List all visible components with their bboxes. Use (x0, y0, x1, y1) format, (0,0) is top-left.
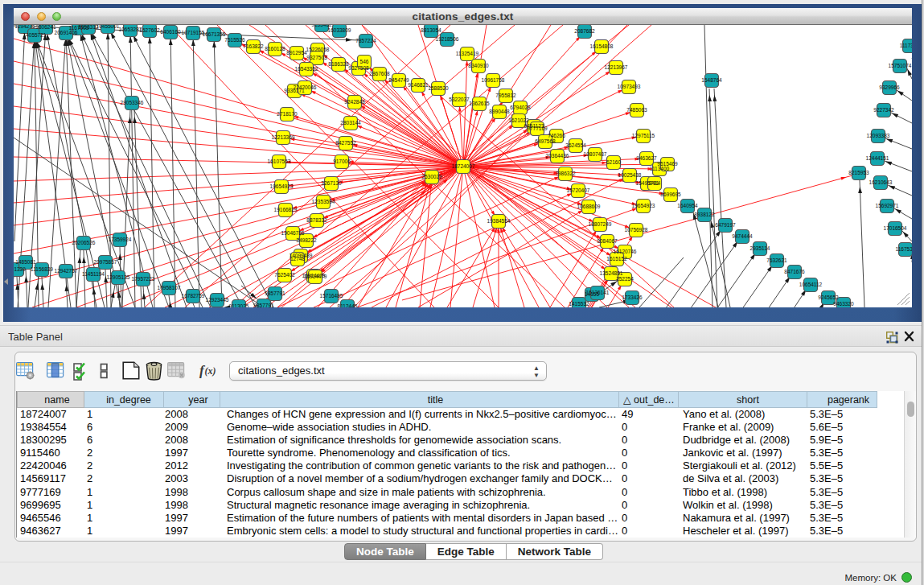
svg-text:8454749: 8454749 (388, 77, 409, 83)
svg-text:11325419: 11325419 (456, 51, 479, 56)
svg-text:12942757: 12942757 (55, 268, 78, 274)
svg-text:1733426: 1733426 (622, 295, 643, 300)
svg-text:15751074: 15751074 (889, 63, 912, 68)
svg-text:8912954: 8912954 (286, 50, 307, 56)
svg-text:9515469: 9515469 (657, 161, 678, 167)
svg-text:12923445: 12923445 (206, 297, 229, 303)
svg-text:29053346: 29053346 (121, 100, 144, 105)
svg-text:13524851: 13524851 (600, 270, 623, 276)
svg-text:252254: 252254 (616, 276, 634, 282)
svg-text:62160: 62160 (606, 159, 621, 165)
svg-text:8878332: 8878332 (306, 217, 327, 223)
svg-text:9474444: 9474444 (732, 233, 753, 239)
svg-text:12905135: 12905135 (107, 274, 130, 280)
svg-text:8112445: 8112445 (338, 303, 358, 307)
svg-text:8414: 8414 (649, 180, 661, 186)
svg-text:10973493: 10973493 (618, 84, 641, 89)
svg-text:1167533: 1167533 (896, 246, 912, 252)
svg-text:2803144: 2803144 (340, 120, 361, 126)
svg-text:9327508: 9327508 (348, 65, 369, 71)
svg-text:11451194: 11451194 (82, 271, 105, 277)
svg-text:18724007: 18724007 (452, 163, 475, 169)
svg-text:3624554: 3624554 (565, 142, 586, 148)
svg-text:12213369: 12213369 (272, 134, 295, 140)
svg-text:9806241: 9806241 (35, 25, 56, 30)
svg-text:19654923: 19654923 (270, 183, 294, 189)
svg-text:8990448: 8990448 (489, 109, 510, 114)
svg-text:11156839: 11156839 (31, 266, 53, 272)
svg-text:16914479: 16914479 (304, 274, 327, 279)
svg-text:18807249: 18807249 (589, 221, 612, 227)
svg-text:15226058: 15226058 (306, 47, 330, 52)
svg-text:8938122: 8938122 (694, 212, 715, 217)
svg-text:1588520: 1588520 (428, 85, 449, 91)
svg-text:12748: 12748 (290, 256, 305, 262)
svg-text:9777169: 9777169 (527, 126, 548, 131)
svg-text:8215953: 8215953 (848, 170, 869, 175)
svg-text:1640954: 1640954 (677, 203, 698, 208)
svg-text:391339: 391339 (14, 266, 26, 272)
svg-text:7515526: 7515526 (224, 37, 245, 43)
svg-text:7955812: 7955812 (495, 93, 516, 98)
svg-text:14055721: 14055721 (23, 32, 47, 38)
svg-text:19166829: 19166829 (274, 207, 298, 212)
svg-text:17957223: 17957223 (132, 276, 155, 282)
svg-text:16782759: 16782759 (182, 293, 205, 299)
svg-text:9245652: 9245652 (818, 295, 839, 300)
svg-text:15720407: 15720407 (567, 187, 590, 193)
svg-text:19654923: 19654923 (632, 203, 655, 208)
svg-text:9327503: 9327503 (306, 55, 327, 60)
svg-text:9857791: 9857791 (253, 303, 274, 307)
svg-text:8813054: 8813054 (421, 27, 441, 33)
svg-text:(x): (x) (205, 365, 216, 377)
svg-text:10958107: 10958107 (158, 285, 181, 290)
svg-text:1621022: 1621022 (508, 117, 529, 123)
svg-text:7857224: 7857224 (355, 38, 376, 43)
svg-text:19218506: 19218506 (436, 36, 459, 42)
svg-text:2530029: 2530029 (421, 174, 442, 179)
svg-text:16107553: 16107553 (268, 159, 291, 164)
svg-text:19384554: 19384554 (487, 218, 511, 224)
svg-text:9113025: 9113025 (229, 303, 249, 307)
svg-text:8186328: 8186328 (328, 61, 349, 67)
svg-text:1548764: 1548764 (701, 77, 722, 83)
svg-text:22420046: 22420046 (294, 84, 317, 90)
svg-text:8471676: 8471676 (784, 269, 805, 274)
svg-text:10455001: 10455001 (97, 25, 120, 29)
svg-text:19046786: 19046786 (281, 230, 305, 236)
svg-text:12093383: 12093383 (867, 133, 890, 138)
svg-text:15136141: 15136141 (586, 290, 610, 295)
svg-text:16543362: 16543362 (295, 66, 318, 72)
svg-text:6497568: 6497568 (535, 138, 556, 144)
svg-text:9329966: 9329966 (879, 84, 900, 90)
svg-text:1615152: 1615152 (606, 256, 627, 262)
svg-text:12213967: 12213967 (605, 64, 628, 70)
svg-text:8699695: 8699695 (660, 192, 681, 197)
svg-text:2935114: 2935114 (750, 245, 770, 251)
svg-text:12975115: 12975115 (632, 133, 655, 138)
svg-text:8427552: 8427552 (335, 140, 356, 146)
svg-text:10807487: 10807487 (584, 151, 607, 157)
svg-text:10756928: 10756928 (625, 227, 648, 233)
svg-text:9463627: 9463627 (636, 155, 657, 161)
svg-text:15692971: 15692971 (876, 203, 899, 208)
svg-text:16210643: 16210643 (869, 179, 893, 185)
svg-text:8340910: 8340910 (468, 63, 489, 68)
svg-text:15716485: 15716485 (320, 293, 343, 299)
svg-text:10688609: 10688609 (577, 204, 601, 209)
svg-text:16033809: 16033809 (328, 27, 351, 33)
svg-text:2867608: 2867608 (369, 71, 390, 76)
svg-text:8160128: 8160128 (265, 46, 285, 51)
svg-text:10961758: 10961758 (482, 77, 505, 83)
svg-text:2087682: 2087682 (574, 28, 595, 34)
svg-text:9463320: 9463320 (833, 301, 854, 307)
svg-text:9242848: 9242848 (344, 99, 365, 105)
svg-text:20364436: 20364436 (546, 153, 569, 159)
svg-text:7632621: 7632621 (766, 257, 787, 263)
svg-text:917006: 917006 (333, 159, 351, 164)
svg-text:7485063: 7485063 (626, 107, 647, 113)
svg-text:9227342: 9227342 (873, 107, 894, 113)
svg-text:3498222: 3498222 (296, 237, 317, 243)
svg-text:20206526: 20206526 (72, 240, 96, 245)
svg-text:5322037: 5322037 (449, 97, 470, 102)
